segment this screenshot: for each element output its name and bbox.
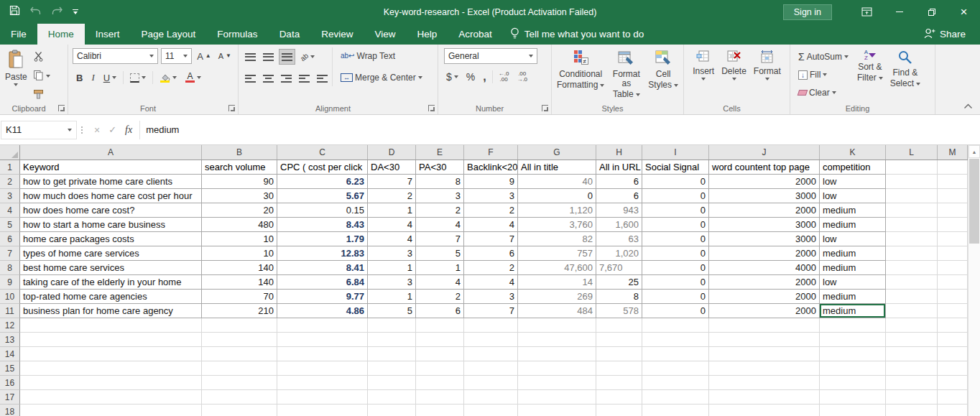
- alignment-dialog-launcher[interactable]: [428, 105, 435, 111]
- cell-I12[interactable]: [642, 318, 709, 333]
- cell-L3[interactable]: [886, 189, 938, 203]
- cell-K17[interactable]: [820, 390, 886, 405]
- comma-format-button[interactable]: ,: [481, 69, 488, 85]
- cell-K15[interactable]: [820, 361, 886, 376]
- row-header-8[interactable]: 8: [0, 261, 20, 275]
- cell-C4[interactable]: 0.15: [277, 203, 368, 218]
- cell-E8[interactable]: 1: [416, 261, 464, 275]
- cell-M7[interactable]: [938, 246, 968, 261]
- cell-A13[interactable]: [20, 333, 202, 347]
- row-header-6[interactable]: 6: [0, 232, 20, 246]
- cell-C12[interactable]: [277, 318, 368, 333]
- cell-L11[interactable]: [886, 304, 938, 318]
- percent-format-button[interactable]: %: [464, 69, 477, 85]
- cell-H3[interactable]: 6: [596, 189, 642, 203]
- cell-C1[interactable]: CPC ( cost per click: [277, 160, 368, 175]
- cell-M1[interactable]: [938, 160, 968, 175]
- cell-A12[interactable]: [20, 318, 202, 333]
- cell-D3[interactable]: 2: [368, 189, 416, 203]
- cell-F7[interactable]: 6: [464, 246, 518, 261]
- cell-I5[interactable]: 0: [642, 218, 709, 232]
- tab-acrobat[interactable]: Acrobat: [448, 24, 503, 45]
- cell-J8[interactable]: 4000: [709, 261, 820, 275]
- cell-E5[interactable]: 4: [416, 218, 464, 232]
- cell-F1[interactable]: Backlink<20: [464, 160, 518, 175]
- cell-L1[interactable]: [886, 160, 938, 175]
- cell-I1[interactable]: Social Signal: [642, 160, 709, 175]
- cell-H17[interactable]: [596, 390, 642, 405]
- fill-color-button[interactable]: [157, 70, 179, 85]
- cell-J13[interactable]: [709, 333, 820, 347]
- vertical-scrollbar[interactable]: ▲: [968, 145, 980, 416]
- cell-G12[interactable]: [518, 318, 596, 333]
- cell-A11[interactable]: business plan for home care agency: [20, 304, 202, 318]
- tab-data[interactable]: Data: [269, 24, 311, 45]
- cell-B17[interactable]: [202, 390, 277, 405]
- row-header-12[interactable]: 12: [0, 318, 20, 333]
- cell-I10[interactable]: 0: [642, 290, 709, 304]
- cell-J9[interactable]: 2000: [709, 275, 820, 290]
- cell-K4[interactable]: medium: [820, 203, 886, 218]
- format-cells-button[interactable]: Format: [750, 47, 785, 103]
- cell-K3[interactable]: low: [820, 189, 886, 203]
- cell-E15[interactable]: [416, 361, 464, 376]
- column-header-D[interactable]: D: [368, 145, 416, 160]
- cell-F12[interactable]: [464, 318, 518, 333]
- cell-L5[interactable]: [886, 218, 938, 232]
- cell-A4[interactable]: how does home care cost?: [20, 203, 202, 218]
- cell-E2[interactable]: 8: [416, 175, 464, 189]
- cell-A8[interactable]: best home care services: [20, 261, 202, 275]
- decrease-indent-button[interactable]: [297, 70, 312, 86]
- scrollbar-thumb[interactable]: [969, 159, 979, 244]
- clipboard-dialog-launcher[interactable]: [58, 105, 65, 111]
- cell-M3[interactable]: [938, 189, 968, 203]
- cell-B11[interactable]: 210: [202, 304, 277, 318]
- bottom-align-button[interactable]: [279, 49, 295, 65]
- cell-L16[interactable]: [886, 376, 938, 390]
- cell-F17[interactable]: [464, 390, 518, 405]
- customize-qat-icon[interactable]: [73, 9, 78, 14]
- cell-B14[interactable]: [202, 347, 277, 361]
- cell-I15[interactable]: [642, 361, 709, 376]
- cell-E7[interactable]: 5: [416, 246, 464, 261]
- cell-D17[interactable]: [368, 390, 416, 405]
- cell-B12[interactable]: [202, 318, 277, 333]
- cell-J17[interactable]: [709, 390, 820, 405]
- sign-in-button[interactable]: Sign in: [783, 4, 832, 20]
- cell-F5[interactable]: 4: [464, 218, 518, 232]
- cell-I8[interactable]: 0: [642, 261, 709, 275]
- cell-K1[interactable]: competition: [820, 160, 886, 175]
- column-header-A[interactable]: A: [20, 145, 202, 160]
- formula-input[interactable]: medium: [140, 121, 979, 139]
- column-header-J[interactable]: J: [709, 145, 820, 160]
- align-right-button[interactable]: [279, 70, 294, 86]
- orientation-button[interactable]: ab: [298, 49, 317, 65]
- cell-B2[interactable]: 90: [202, 175, 277, 189]
- column-header-C[interactable]: C: [277, 145, 368, 160]
- cell-D15[interactable]: [368, 361, 416, 376]
- cell-M17[interactable]: [938, 390, 968, 405]
- close-button[interactable]: ×: [948, 0, 980, 24]
- insert-cells-button[interactable]: Insert: [689, 47, 718, 103]
- cell-G4[interactable]: 1,120: [518, 203, 596, 218]
- tab-file[interactable]: File: [0, 24, 37, 45]
- cell-K10[interactable]: medium: [820, 290, 886, 304]
- cell-I3[interactable]: 0: [642, 189, 709, 203]
- cell-E10[interactable]: 2: [416, 290, 464, 304]
- cell-H4[interactable]: 943: [596, 203, 642, 218]
- formula-bar-divider[interactable]: [77, 126, 87, 134]
- cell-L15[interactable]: [886, 361, 938, 376]
- cell-K14[interactable]: [820, 347, 886, 361]
- tab-page-layout[interactable]: Page Layout: [131, 24, 207, 45]
- cell-F14[interactable]: [464, 347, 518, 361]
- cell-D7[interactable]: 3: [368, 246, 416, 261]
- cell-C13[interactable]: [277, 333, 368, 347]
- cell-C3[interactable]: 5.67: [277, 189, 368, 203]
- clear-button[interactable]: Clear: [796, 85, 851, 101]
- cell-L6[interactable]: [886, 232, 938, 246]
- column-header-F[interactable]: F: [464, 145, 518, 160]
- row-header-16[interactable]: 16: [0, 376, 20, 390]
- cell-G18[interactable]: [518, 405, 596, 416]
- top-align-button[interactable]: [243, 49, 258, 65]
- cell-G13[interactable]: [518, 333, 596, 347]
